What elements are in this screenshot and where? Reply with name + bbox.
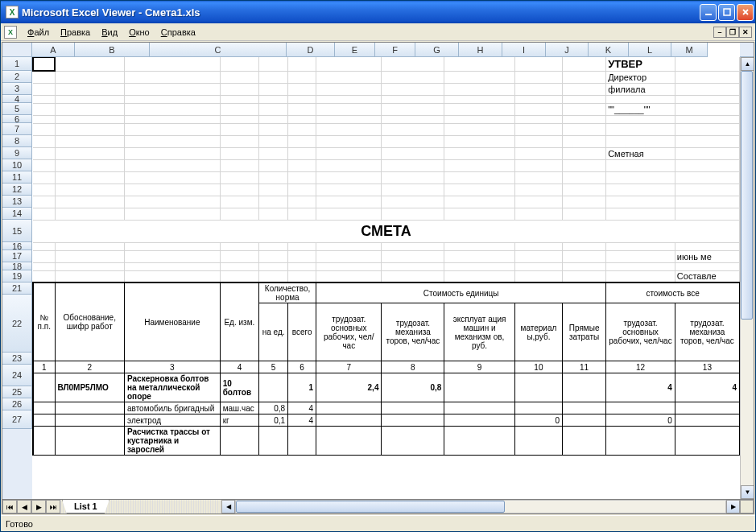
row-header-27[interactable]: 27 bbox=[2, 410, 32, 429]
menu-file[interactable]: Файл bbox=[22, 26, 55, 39]
cell-grid[interactable]: УТВЕРДиректорфилиала""______""СметнаяСМЕ… bbox=[32, 57, 740, 499]
row-headers: 1234567891011121314151617181921222324252… bbox=[2, 57, 32, 499]
column-header-D[interactable]: D bbox=[287, 43, 335, 57]
scroll-up-button[interactable]: ▲ bbox=[741, 57, 754, 71]
column-header-B[interactable]: B bbox=[75, 43, 150, 57]
scroll-right-button[interactable]: ▶ bbox=[726, 500, 740, 513]
vertical-scrollbar[interactable]: ▲ ▼ bbox=[740, 57, 754, 499]
row-header-11[interactable]: 11 bbox=[2, 171, 32, 184]
row-header-26[interactable]: 26 bbox=[2, 398, 32, 410]
scroll-down-button[interactable]: ▼ bbox=[741, 485, 754, 499]
status-text: Готово bbox=[6, 519, 33, 529]
minimize-button[interactable] bbox=[700, 4, 717, 21]
horizontal-scrollbar[interactable]: ◀ ▶ bbox=[221, 500, 740, 513]
h-scroll-track[interactable] bbox=[235, 500, 726, 513]
column-header-M[interactable]: M bbox=[671, 43, 708, 57]
menu-bar: X Файл Правка Вид Окно Справка – ❐ ✕ bbox=[1, 23, 755, 41]
window-title: Microsoft Excel Viewer - Смета1.xls bbox=[22, 6, 700, 19]
menu-help[interactable]: Справка bbox=[155, 26, 201, 39]
menu-window[interactable]: Окно bbox=[123, 26, 155, 39]
tab-last-button[interactable]: ⏭ bbox=[46, 500, 60, 513]
row-header-15[interactable]: 15 bbox=[2, 220, 32, 242]
tab-first-button[interactable]: ⏮ bbox=[2, 500, 17, 513]
status-bar: Готово bbox=[1, 515, 755, 531]
row-header-7[interactable]: 7 bbox=[2, 123, 32, 135]
row-header-8[interactable]: 8 bbox=[2, 135, 32, 147]
bottom-bar: ⏮ ◀ ▶ ⏭ List 1 ◀ ▶ bbox=[2, 499, 754, 513]
column-header-J[interactable]: J bbox=[546, 43, 589, 57]
row-header-23[interactable]: 23 bbox=[2, 353, 32, 365]
v-scroll-thumb[interactable] bbox=[741, 71, 753, 320]
row-header-4[interactable]: 4 bbox=[2, 95, 32, 103]
row-header-12[interactable]: 12 bbox=[2, 184, 32, 196]
svg-rect-0 bbox=[705, 14, 712, 15]
row-header-22[interactable]: 22 bbox=[2, 295, 32, 353]
document-icon: X bbox=[4, 26, 17, 39]
mdi-restore-button[interactable]: ❐ bbox=[726, 27, 739, 38]
h-scroll-thumb[interactable] bbox=[236, 501, 505, 513]
maximize-button[interactable] bbox=[718, 4, 735, 21]
row-header-1[interactable]: 1 bbox=[2, 57, 32, 71]
row-header-19[interactable]: 19 bbox=[2, 270, 32, 282]
row-header-2[interactable]: 2 bbox=[2, 71, 32, 83]
v-scroll-track[interactable] bbox=[741, 71, 754, 485]
row-header-14[interactable]: 14 bbox=[2, 208, 32, 220]
tab-next-button[interactable]: ▶ bbox=[31, 500, 46, 513]
row-header-16[interactable]: 16 bbox=[2, 242, 32, 250]
menu-view[interactable]: Вид bbox=[96, 26, 123, 39]
sheet-tab[interactable]: List 1 bbox=[62, 500, 109, 513]
svg-rect-1 bbox=[724, 9, 730, 15]
row-header-18[interactable]: 18 bbox=[2, 262, 32, 270]
column-header-E[interactable]: E bbox=[335, 43, 375, 57]
close-button[interactable] bbox=[737, 4, 754, 21]
tab-prev-button[interactable]: ◀ bbox=[17, 500, 31, 513]
column-header-C[interactable]: C bbox=[150, 43, 287, 57]
mdi-controls: – ❐ ✕ bbox=[713, 27, 752, 38]
row-header-25[interactable]: 25 bbox=[2, 386, 32, 398]
column-header-L[interactable]: L bbox=[629, 43, 671, 57]
menu-edit[interactable]: Правка bbox=[55, 26, 96, 39]
row-header-10[interactable]: 10 bbox=[2, 159, 32, 171]
row-header-6[interactable]: 6 bbox=[2, 115, 32, 123]
app-icon: X bbox=[6, 6, 19, 19]
title-bar: X Microsoft Excel Viewer - Смета1.xls bbox=[1, 1, 755, 23]
scroll-left-button[interactable]: ◀ bbox=[221, 500, 235, 513]
row-header-9[interactable]: 9 bbox=[2, 147, 32, 159]
column-header-G[interactable]: G bbox=[415, 43, 459, 57]
column-header-H[interactable]: H bbox=[459, 43, 502, 57]
row-header-24[interactable]: 24 bbox=[2, 365, 32, 386]
mdi-minimize-button[interactable]: – bbox=[713, 27, 726, 38]
mdi-close-button[interactable]: ✕ bbox=[739, 27, 752, 38]
column-header-I[interactable]: I bbox=[502, 43, 546, 57]
column-header-A[interactable]: A bbox=[32, 43, 75, 57]
column-header-F[interactable]: F bbox=[375, 43, 415, 57]
select-all-corner[interactable] bbox=[2, 43, 32, 57]
column-header-K[interactable]: K bbox=[589, 43, 629, 57]
row-header-13[interactable]: 13 bbox=[2, 196, 32, 208]
row-header-21[interactable]: 21 bbox=[2, 282, 32, 295]
workspace: ABCDEFGHIJKLM 12345678910111213141516171… bbox=[2, 42, 754, 514]
